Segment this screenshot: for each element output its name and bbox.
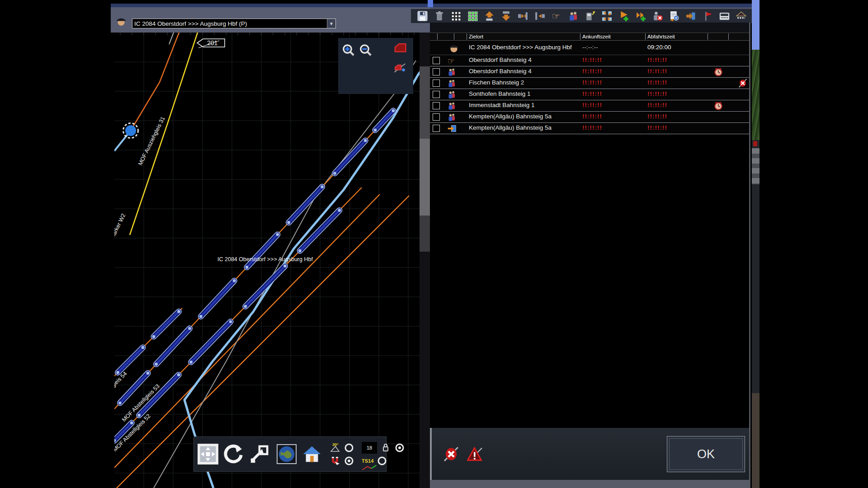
clock-icon xyxy=(713,67,723,77)
stop-departure: !!:!!:!! xyxy=(647,56,667,63)
stop-checkbox[interactable] xyxy=(433,80,440,87)
ts14-label: TS14 xyxy=(362,458,373,464)
driver-icon xyxy=(448,42,460,54)
train-select-dropdown[interactable]: IC 2084 Oberstdorf >>> Augsburg Hbf (P) … xyxy=(132,19,336,28)
panel-footer xyxy=(430,480,749,488)
crossed-out-icon xyxy=(738,78,748,88)
stop-name: Kempten(Allgäu) Bahnsteig 5a xyxy=(469,124,579,131)
pan-icon[interactable] xyxy=(198,444,218,465)
depot-shed-icon[interactable] xyxy=(736,10,747,22)
train-service-row[interactable]: IC 2084 Oberstdorf >>> Augsburg Hbf --:-… xyxy=(430,41,749,55)
radio-zoom-selected[interactable] xyxy=(394,442,405,453)
stop-name: Immenstadt Bahnsteig 1 xyxy=(469,102,579,108)
stop-name: Fischen Bahnsteig 2 xyxy=(469,79,579,86)
panel-gap xyxy=(430,23,749,33)
transfer-icon xyxy=(447,124,457,133)
zoom-in-icon[interactable] xyxy=(342,43,355,57)
stop-name: Oberstdorf Bahnsteig 4 xyxy=(469,56,579,63)
passengers-icon[interactable] xyxy=(567,10,579,22)
chevron-down-icon[interactable]: ▼ xyxy=(327,19,335,28)
shift-right-icon[interactable] xyxy=(517,10,529,22)
portal-door-icon[interactable] xyxy=(685,10,697,22)
passengers-icon xyxy=(447,113,457,122)
hand-icon[interactable]: ☞ xyxy=(551,10,562,22)
stop-rows: ☞Oberstdorf Bahnsteig 4!!:!!:!!!!:!!:!!O… xyxy=(430,55,749,134)
train-select-value: IC 2084 Oberstdorf >>> Augsburg Hbf (P) xyxy=(132,20,327,27)
stop-row[interactable]: Kempten(Allgäu) Bahnsteig 5a!!:!!:!!!!:!… xyxy=(430,123,749,134)
grid-white-icon[interactable] xyxy=(450,10,462,22)
red-marker-icon[interactable] xyxy=(393,61,407,75)
stop-checkbox[interactable] xyxy=(433,91,440,98)
control-panel-icon[interactable] xyxy=(719,10,731,22)
map-zoom-panel xyxy=(338,38,413,94)
add-arrows-icon[interactable] xyxy=(635,10,646,22)
trees xyxy=(752,50,760,140)
grid-green-icon[interactable] xyxy=(467,10,478,22)
stop-checkbox[interactable] xyxy=(433,68,440,75)
passengers-icon xyxy=(447,90,457,99)
hand-icon: ☞ xyxy=(447,56,457,66)
stop-row[interactable]: Fischen Bahnsteig 2!!:!!:!!!!:!!:!! xyxy=(430,78,749,89)
arrows-inward-icon[interactable] xyxy=(601,10,613,22)
timetable-panel: Zielort Ankunftszeit Abfahrtszeit IC 208… xyxy=(430,23,750,488)
left-margin xyxy=(0,0,111,488)
stop-row[interactable]: Oberstdorf Bahnsteig 4!!:!!:!!!!:!!:!! xyxy=(430,66,749,78)
stop-departure: !!:!!:!! xyxy=(647,124,667,131)
stop-row[interactable]: ☞Oberstdorf Bahnsteig 4!!:!!:!!!!:!!:!! xyxy=(430,55,749,66)
save-icon[interactable] xyxy=(416,10,428,22)
jump-icon[interactable] xyxy=(248,444,269,465)
fuel-pump-icon[interactable] xyxy=(585,10,596,22)
train-title: IC 2084 Oberstdorf >>> Augsburg Hbf xyxy=(469,44,579,51)
driver-icon xyxy=(115,15,127,29)
stop-checkbox[interactable] xyxy=(433,113,440,121)
person-remove-icon[interactable] xyxy=(651,10,663,22)
clock-icon xyxy=(713,101,723,111)
signal-light xyxy=(753,141,757,146)
passengers-icon xyxy=(447,67,457,77)
right-margin xyxy=(760,0,868,488)
map-bottom-toolbar: 30° 18 TS14 xyxy=(193,436,387,472)
zoom-out-icon[interactable] xyxy=(359,43,373,57)
col-ankunftszeit: Ankunftszeit xyxy=(582,34,611,39)
move-up-icon[interactable] xyxy=(484,10,495,22)
track-map[interactable]: 201MOF Ausziehgleis 31rmarker W2llgleis … xyxy=(114,33,420,488)
ok-button[interactable]: OK xyxy=(667,436,745,472)
radio-ts14[interactable] xyxy=(377,455,387,466)
top-toolbar: ☞ xyxy=(411,9,753,23)
radio-snap-selected[interactable] xyxy=(344,455,354,466)
move-down-icon[interactable] xyxy=(500,10,512,22)
flag-red-icon[interactable] xyxy=(702,10,714,22)
stop-departure: !!:!!:!! xyxy=(647,68,667,75)
stop-arrival: !!:!!:!! xyxy=(582,90,602,97)
add-play-icon[interactable] xyxy=(618,10,630,22)
globe-icon[interactable] xyxy=(276,444,297,465)
red-area-icon[interactable] xyxy=(393,42,407,55)
trash-icon[interactable] xyxy=(433,10,445,22)
stop-departure: !!:!!:!! xyxy=(647,90,667,97)
radio-gradient[interactable] xyxy=(344,442,354,453)
stop-checkbox[interactable] xyxy=(433,102,440,109)
stop-arrival: !!:!!:!! xyxy=(582,56,602,63)
stop-row[interactable]: Sonthofen Bahnsteig 1!!:!!:!!!!:!!:!! xyxy=(430,89,749,100)
ok-label: OK xyxy=(697,447,715,461)
svg-text:30°: 30° xyxy=(332,442,339,447)
house-icon[interactable] xyxy=(302,444,322,465)
stop-row[interactable]: Immenstadt Bahnsteig 1!!:!!:!!!!:!!:!! xyxy=(430,100,749,112)
svg-text:☞: ☞ xyxy=(552,11,560,21)
rotate-icon[interactable] xyxy=(223,444,244,465)
stop-name: Sonthofen Bahnsteig 1 xyxy=(469,90,579,97)
train-departure: 09:20:00 xyxy=(647,44,671,51)
doc-gear-icon[interactable] xyxy=(668,10,680,22)
warning-icon[interactable] xyxy=(467,446,483,462)
lock-icon xyxy=(380,442,391,453)
clear-markers-icon[interactable] xyxy=(443,446,459,462)
scene-gap xyxy=(420,33,430,488)
table-header: Zielort Ankunftszeit Abfahrtszeit xyxy=(430,33,749,41)
stop-name: Kempten(Allgäu) Bahnsteig 5a xyxy=(469,113,579,120)
stop-checkbox[interactable] xyxy=(433,125,440,132)
stop-departure: !!:!!:!! xyxy=(647,102,667,108)
stop-checkbox[interactable] xyxy=(433,57,440,64)
stop-row[interactable]: Kempten(Allgäu) Bahnsteig 5a!!:!!:!!!!:!… xyxy=(430,112,749,123)
shift-left-icon[interactable] xyxy=(534,10,546,22)
app-root: IC 2084 Oberstdorf >>> Augsburg Hbf (P) … xyxy=(0,0,868,488)
